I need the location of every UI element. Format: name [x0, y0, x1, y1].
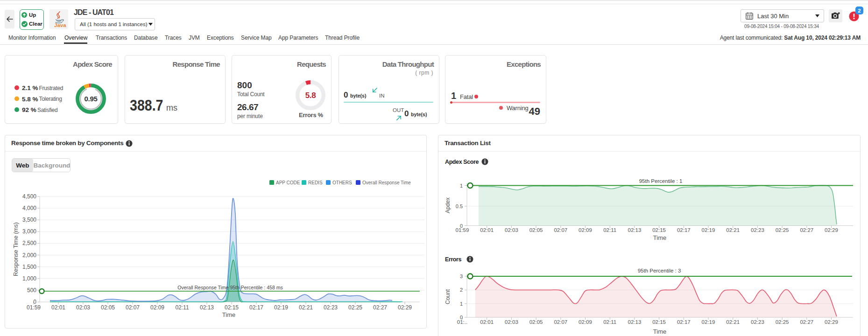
svg-text:Overall Response Time 95th Per: Overall Response Time 95th Percentile : …: [177, 285, 282, 290]
svg-text:4,000: 4,000: [22, 205, 36, 211]
svg-text:02:15: 02:15: [652, 227, 666, 233]
svg-text:1,000: 1,000: [22, 275, 36, 282]
svg-text:02:11: 02:11: [603, 319, 616, 325]
svg-text:02:19: 02:19: [702, 319, 715, 325]
svg-text:2,000: 2,000: [22, 252, 36, 259]
svg-text:02:07: 02:07: [126, 304, 140, 311]
svg-text:02:03: 02:03: [76, 304, 90, 311]
svg-text:01:59: 01:59: [27, 304, 41, 311]
svg-text:02:15: 02:15: [225, 304, 239, 311]
svg-text:02:27: 02:27: [373, 304, 387, 311]
svg-text:Frustrated: Frustrated: [39, 85, 64, 91]
svg-text:Satisfied: Satisfied: [37, 107, 57, 113]
svg-text:02:09: 02:09: [579, 227, 592, 233]
svg-text:1: 1: [460, 183, 463, 189]
svg-text:0.95: 0.95: [85, 95, 98, 103]
svg-text:02:23: 02:23: [751, 227, 764, 233]
svg-text:0.5: 0.5: [456, 203, 463, 209]
svg-text:Time: Time: [222, 311, 235, 318]
svg-text:02:21: 02:21: [726, 227, 740, 233]
svg-text:Count: Count: [445, 289, 451, 304]
svg-text:02:13: 02:13: [200, 304, 214, 311]
svg-text:02:11: 02:11: [603, 227, 616, 233]
svg-text:02:21: 02:21: [726, 319, 740, 325]
svg-text:02:05: 02:05: [529, 227, 543, 233]
svg-text:02:19: 02:19: [274, 304, 288, 311]
svg-text:1,500: 1,500: [22, 264, 36, 270]
svg-text:02:27: 02:27: [800, 227, 813, 233]
svg-text:4,500: 4,500: [22, 193, 36, 200]
svg-text:02:11: 02:11: [175, 304, 189, 311]
svg-text:02:05: 02:05: [101, 304, 115, 311]
svg-text:02:05: 02:05: [529, 319, 543, 325]
svg-text:02:17: 02:17: [677, 227, 691, 233]
svg-text:2,500: 2,500: [22, 240, 36, 246]
svg-text:Overall Response Time: Overall Response Time: [362, 180, 411, 185]
svg-text:02:09: 02:09: [579, 319, 592, 325]
svg-text:02:25: 02:25: [776, 319, 789, 325]
svg-text:3,000: 3,000: [22, 228, 36, 235]
svg-text:02:07: 02:07: [554, 319, 567, 325]
svg-text:01:..: 01:..: [457, 319, 467, 325]
svg-text:5.8: 5.8: [305, 91, 316, 100]
svg-text:02:29: 02:29: [825, 319, 838, 325]
svg-text:2.1 %: 2.1 %: [22, 84, 38, 91]
svg-text:1: 1: [460, 301, 463, 307]
svg-text:02:03: 02:03: [505, 319, 518, 325]
svg-text:02:17: 02:17: [677, 319, 691, 325]
svg-text:02:25: 02:25: [348, 304, 362, 311]
svg-text:02:19: 02:19: [702, 227, 715, 233]
svg-text:02:03: 02:03: [505, 227, 518, 233]
svg-text:02:15: 02:15: [652, 319, 666, 325]
svg-text:02:01: 02:01: [51, 304, 65, 311]
svg-text:02:29: 02:29: [825, 227, 838, 233]
svg-text:02:25: 02:25: [776, 227, 789, 233]
svg-text:02:01: 02:01: [480, 227, 494, 233]
svg-text:01:59: 01:59: [456, 227, 469, 233]
svg-text:Time: Time: [653, 234, 666, 241]
svg-text:3,500: 3,500: [22, 217, 36, 223]
svg-text:Java: Java: [54, 22, 66, 28]
svg-text:5.8 %: 5.8 %: [22, 96, 38, 103]
svg-text:95th Percentile : 1: 95th Percentile : 1: [639, 178, 683, 184]
svg-text:3: 3: [460, 273, 463, 279]
svg-text:02:01: 02:01: [480, 319, 494, 325]
svg-text:500: 500: [27, 287, 36, 294]
svg-text:2: 2: [460, 287, 463, 293]
svg-text:02:09: 02:09: [150, 304, 164, 311]
svg-text:02:13: 02:13: [628, 319, 642, 325]
svg-text:OTHERS: OTHERS: [332, 180, 352, 185]
svg-text:02:21: 02:21: [299, 304, 313, 311]
svg-text:95th Percentile : 3: 95th Percentile : 3: [638, 268, 681, 273]
svg-text:02:17: 02:17: [249, 304, 263, 311]
svg-text:APP CODE: APP CODE: [276, 180, 300, 185]
svg-text:Tolerating: Tolerating: [39, 96, 62, 102]
svg-text:Time: Time: [653, 328, 666, 335]
svg-text:02:27: 02:27: [800, 319, 813, 325]
svg-text:02:23: 02:23: [324, 304, 338, 311]
svg-text:02:23: 02:23: [751, 319, 764, 325]
svg-text:02:07: 02:07: [554, 227, 567, 233]
svg-text:02:13: 02:13: [628, 227, 642, 233]
svg-text:Apdex: Apdex: [445, 197, 451, 213]
svg-text:02:29: 02:29: [398, 304, 412, 311]
svg-text:Response Time (ms): Response Time (ms): [13, 222, 19, 276]
svg-text:REDIS: REDIS: [308, 180, 323, 185]
svg-text:92 %: 92 %: [22, 106, 36, 113]
